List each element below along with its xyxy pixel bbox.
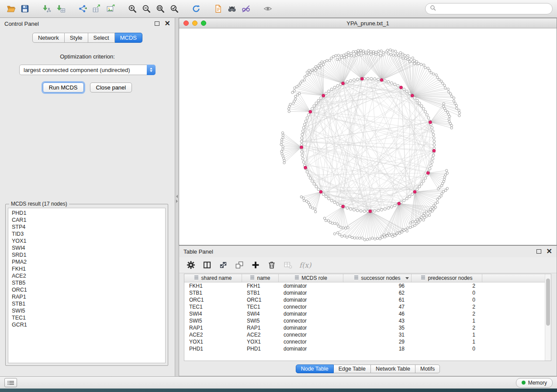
panel-menu-button[interactable] bbox=[4, 378, 17, 387]
tab-edge-table[interactable]: Edge Table bbox=[334, 364, 371, 373]
tab-node-table[interactable]: Node Table bbox=[296, 364, 334, 373]
table-disabled-icon[interactable] bbox=[283, 260, 293, 270]
save-session-icon[interactable] bbox=[18, 2, 31, 15]
table-body: FKH1FKH1dominator962STB1STB1dominator620… bbox=[184, 282, 551, 352]
table-cell: connector bbox=[279, 317, 343, 324]
table-row[interactable]: ORC1ORC1dominator610 bbox=[184, 296, 551, 303]
network-window-titlebar[interactable]: YPA_prune.txt_1 bbox=[179, 18, 557, 28]
mcds-result-item[interactable]: PMA2 bbox=[8, 258, 165, 265]
open-session-icon[interactable] bbox=[4, 2, 17, 15]
search-box[interactable] bbox=[425, 3, 553, 14]
mcds-result-item[interactable]: CAR1 bbox=[8, 217, 165, 224]
close-panel-button[interactable]: Close panel bbox=[90, 83, 132, 93]
tab-style[interactable]: Style bbox=[65, 33, 88, 43]
minimize-window-icon[interactable] bbox=[192, 21, 197, 26]
column-header-name[interactable]: name bbox=[242, 274, 279, 282]
run-mcds-button[interactable]: Run MCDS bbox=[43, 83, 84, 93]
mcds-result-item[interactable]: YOX1 bbox=[8, 237, 165, 244]
delete-row-icon[interactable] bbox=[267, 260, 277, 270]
table-cell: FKH1 bbox=[184, 282, 242, 289]
float-table-panel-icon[interactable] bbox=[536, 249, 541, 254]
refresh-layout-icon[interactable] bbox=[190, 2, 203, 15]
table-cell: dominator bbox=[279, 345, 343, 352]
close-table-panel-icon[interactable]: ✕ bbox=[547, 248, 552, 254]
settings-gear-icon[interactable] bbox=[186, 260, 196, 270]
mcds-result-item[interactable]: FKH1 bbox=[8, 265, 165, 272]
column-menu-arrow-icon[interactable] bbox=[405, 277, 409, 279]
mcds-result-item[interactable]: TID3 bbox=[8, 230, 165, 237]
show-details-icon[interactable] bbox=[261, 2, 274, 15]
table-cell: 61 bbox=[343, 296, 412, 303]
column-header-shared-name[interactable]: shared name bbox=[184, 274, 242, 282]
mcds-result-item[interactable]: STB1 bbox=[8, 300, 165, 307]
table-cell: YOX1 bbox=[184, 338, 242, 345]
float-window-icon[interactable] bbox=[155, 21, 159, 26]
vertical-splitter[interactable] bbox=[175, 18, 179, 376]
desktop-background bbox=[0, 389, 557, 392]
table-row[interactable]: SWI4SWI4dominator462 bbox=[184, 310, 551, 317]
function-builder-icon[interactable]: f(x) bbox=[299, 260, 311, 270]
zoom-selected-icon[interactable] bbox=[168, 2, 181, 15]
columns-icon[interactable] bbox=[202, 260, 212, 270]
table-cell: 1 bbox=[412, 317, 482, 324]
sort-icon bbox=[294, 275, 299, 281]
mcds-result-list[interactable]: PHD1CAR1STP4TID3YOX1SWI4SRD1PMA2FKH1ACE2… bbox=[8, 208, 166, 363]
table-row[interactable]: TEC1TEC1connector472 bbox=[184, 303, 551, 310]
table-row[interactable]: YOX1YOX1connector291 bbox=[184, 338, 551, 345]
search-input[interactable] bbox=[439, 5, 548, 13]
import-table-icon[interactable] bbox=[54, 2, 67, 15]
search-network-icon[interactable] bbox=[225, 2, 239, 15]
mcds-result-item[interactable]: RAP1 bbox=[8, 293, 165, 300]
toolbar-separator bbox=[68, 2, 75, 15]
tab-mcds[interactable]: MCDS bbox=[115, 33, 142, 43]
mcds-result-item[interactable]: TEC1 bbox=[8, 314, 165, 321]
mcds-result-item[interactable]: ORC1 bbox=[8, 286, 165, 293]
select-all-checkbox-icon[interactable] bbox=[218, 260, 228, 270]
copy-document-icon[interactable] bbox=[211, 2, 225, 15]
mcds-result-item[interactable]: PHD1 bbox=[8, 210, 165, 217]
tab-network-table[interactable]: Network Table bbox=[371, 364, 415, 373]
deselect-all-checkbox-icon[interactable] bbox=[235, 260, 244, 270]
mcds-result-item[interactable]: ACE2 bbox=[8, 272, 165, 279]
mcds-result-item[interactable]: STB5 bbox=[8, 279, 165, 286]
hide-details-icon[interactable] bbox=[239, 2, 253, 15]
criterion-dropdown[interactable]: largest connected component (undirected) bbox=[19, 65, 156, 75]
memory-button[interactable]: Memory bbox=[516, 378, 553, 388]
import-network-icon[interactable] bbox=[40, 2, 53, 15]
tab-motifs[interactable]: Motifs bbox=[415, 364, 440, 373]
mcds-result-item[interactable]: SWI4 bbox=[8, 244, 165, 251]
criterion-dropdown-value: largest connected component (undirected) bbox=[24, 67, 130, 73]
mcds-result-item[interactable]: SRD1 bbox=[8, 251, 165, 258]
zoom-out-icon[interactable] bbox=[140, 2, 153, 15]
table-row[interactable]: FKH1FKH1dominator962 bbox=[184, 282, 551, 289]
export-image-icon[interactable] bbox=[104, 2, 117, 15]
close-window-icon[interactable] bbox=[183, 21, 189, 26]
mcds-result-item[interactable]: SWI5 bbox=[8, 307, 165, 314]
table-cell: connector bbox=[279, 303, 343, 310]
tab-select[interactable]: Select bbox=[88, 33, 115, 43]
zoom-fit-icon[interactable] bbox=[154, 2, 167, 15]
sort-icon bbox=[194, 275, 199, 281]
scrollbar-thumb[interactable] bbox=[546, 279, 550, 326]
network-canvas[interactable] bbox=[179, 28, 557, 245]
mcds-result-item[interactable]: GCR1 bbox=[8, 321, 165, 328]
mcds-result-item[interactable]: STP4 bbox=[8, 224, 165, 230]
control-panel-tabs: NetworkStyleSelectMCDS bbox=[0, 33, 175, 43]
column-header-MCDS-role[interactable]: MCDS role bbox=[279, 274, 343, 282]
table-row[interactable]: PHD1PHD1dominator180 bbox=[184, 345, 551, 352]
column-header-successor-nodes[interactable]: successor nodes bbox=[343, 274, 412, 282]
column-header-predecessor-nodes[interactable]: predecessor nodes bbox=[412, 274, 482, 282]
splitter-collapse-icons[interactable] bbox=[175, 195, 179, 203]
add-row-icon[interactable] bbox=[251, 260, 260, 270]
zoom-in-icon[interactable] bbox=[126, 2, 139, 15]
close-panel-icon[interactable]: ✕ bbox=[165, 21, 170, 27]
tab-network[interactable]: Network bbox=[32, 33, 65, 43]
table-row[interactable]: ACE2ACE2connector311 bbox=[184, 331, 551, 338]
table-row[interactable]: SWI5SWI5connector431 bbox=[184, 317, 551, 324]
table-scrollbar[interactable] bbox=[545, 274, 551, 361]
export-network-icon[interactable] bbox=[76, 2, 89, 15]
maximize-window-icon[interactable] bbox=[201, 21, 206, 26]
table-row[interactable]: STB1STB1dominator620 bbox=[184, 289, 551, 296]
export-table-icon[interactable] bbox=[90, 2, 103, 15]
table-row[interactable]: RAP1RAP1dominator352 bbox=[184, 324, 551, 331]
